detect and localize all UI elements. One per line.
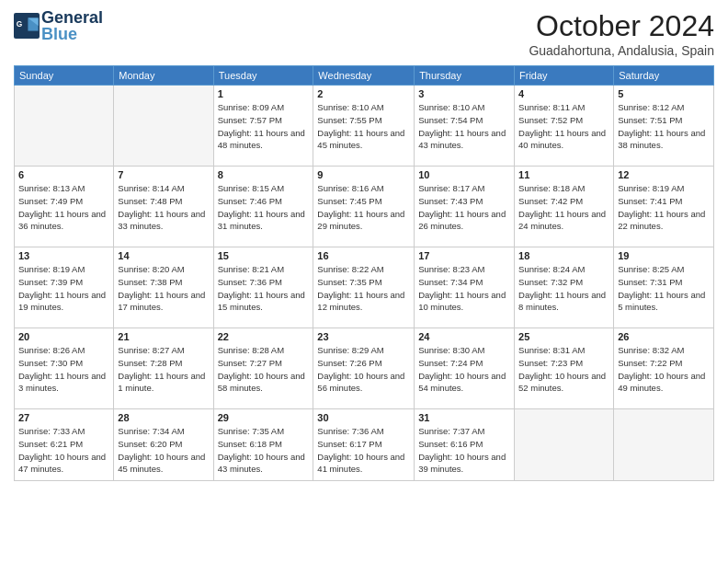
day-number: 4 bbox=[518, 88, 609, 99]
day-number: 17 bbox=[418, 250, 510, 261]
calendar-cell: 13Sunrise: 8:19 AM Sunset: 7:39 PM Dayli… bbox=[15, 247, 114, 328]
calendar-cell bbox=[114, 86, 213, 167]
day-info: Sunrise: 8:10 AM Sunset: 7:55 PM Dayligh… bbox=[317, 101, 410, 152]
calendar-week-row: 6Sunrise: 8:13 AM Sunset: 7:49 PM Daylig… bbox=[15, 167, 714, 247]
calendar-cell: 14Sunrise: 8:20 AM Sunset: 7:38 PM Dayli… bbox=[114, 247, 213, 328]
day-info: Sunrise: 8:15 AM Sunset: 7:46 PM Dayligh… bbox=[218, 182, 310, 233]
day-number: 9 bbox=[317, 169, 410, 180]
day-number: 5 bbox=[618, 88, 710, 99]
calendar-cell: 19Sunrise: 8:25 AM Sunset: 7:31 PM Dayli… bbox=[614, 247, 714, 328]
calendar-day-header: Tuesday bbox=[213, 66, 313, 86]
calendar-week-row: 27Sunrise: 7:33 AM Sunset: 6:21 PM Dayli… bbox=[15, 409, 714, 481]
calendar-cell: 23Sunrise: 8:29 AM Sunset: 7:26 PM Dayli… bbox=[313, 328, 415, 409]
calendar-week-row: 13Sunrise: 8:19 AM Sunset: 7:39 PM Dayli… bbox=[15, 247, 714, 328]
day-info: Sunrise: 7:35 AM Sunset: 6:18 PM Dayligh… bbox=[218, 425, 310, 476]
calendar-week-row: 1Sunrise: 8:09 AM Sunset: 7:57 PM Daylig… bbox=[15, 86, 714, 167]
day-info: Sunrise: 8:23 AM Sunset: 7:34 PM Dayligh… bbox=[418, 263, 510, 314]
calendar-cell: 15Sunrise: 8:21 AM Sunset: 7:36 PM Dayli… bbox=[213, 247, 313, 328]
day-number: 21 bbox=[118, 331, 209, 342]
calendar-cell: 5Sunrise: 8:12 AM Sunset: 7:51 PM Daylig… bbox=[614, 86, 714, 167]
calendar-day-header: Monday bbox=[114, 66, 213, 86]
day-info: Sunrise: 8:25 AM Sunset: 7:31 PM Dayligh… bbox=[618, 263, 710, 314]
logo: G GeneralBlue bbox=[14, 9, 103, 42]
day-number: 14 bbox=[118, 250, 209, 261]
day-info: Sunrise: 8:19 AM Sunset: 7:39 PM Dayligh… bbox=[18, 263, 109, 314]
calendar-cell: 21Sunrise: 8:27 AM Sunset: 7:28 PM Dayli… bbox=[114, 328, 213, 409]
calendar-cell: 20Sunrise: 8:26 AM Sunset: 7:30 PM Dayli… bbox=[15, 328, 114, 409]
calendar-cell: 29Sunrise: 7:35 AM Sunset: 6:18 PM Dayli… bbox=[213, 409, 313, 481]
day-info: Sunrise: 8:14 AM Sunset: 7:48 PM Dayligh… bbox=[118, 182, 209, 233]
day-number: 10 bbox=[418, 169, 510, 180]
calendar-cell: 24Sunrise: 8:30 AM Sunset: 7:24 PM Dayli… bbox=[415, 328, 515, 409]
calendar-cell: 12Sunrise: 8:19 AM Sunset: 7:41 PM Dayli… bbox=[614, 167, 714, 247]
day-info: Sunrise: 8:28 AM Sunset: 7:27 PM Dayligh… bbox=[218, 344, 310, 395]
calendar-day-header: Friday bbox=[515, 66, 614, 86]
calendar-cell: 28Sunrise: 7:34 AM Sunset: 6:20 PM Dayli… bbox=[114, 409, 213, 481]
calendar-cell bbox=[614, 409, 714, 481]
calendar-cell: 8Sunrise: 8:15 AM Sunset: 7:46 PM Daylig… bbox=[213, 167, 313, 247]
logo-icon: G bbox=[14, 13, 40, 39]
calendar-cell bbox=[15, 86, 114, 167]
day-info: Sunrise: 8:09 AM Sunset: 7:57 PM Dayligh… bbox=[218, 101, 310, 152]
day-info: Sunrise: 8:29 AM Sunset: 7:26 PM Dayligh… bbox=[317, 344, 410, 395]
day-info: Sunrise: 8:31 AM Sunset: 7:23 PM Dayligh… bbox=[518, 344, 609, 395]
calendar-cell: 26Sunrise: 8:32 AM Sunset: 7:22 PM Dayli… bbox=[614, 328, 714, 409]
calendar-day-header: Thursday bbox=[415, 66, 515, 86]
day-number: 27 bbox=[18, 412, 109, 423]
day-info: Sunrise: 8:17 AM Sunset: 7:43 PM Dayligh… bbox=[418, 182, 510, 233]
day-info: Sunrise: 7:37 AM Sunset: 6:16 PM Dayligh… bbox=[418, 425, 510, 476]
day-number: 25 bbox=[518, 331, 609, 342]
day-number: 13 bbox=[18, 250, 109, 261]
day-number: 18 bbox=[518, 250, 609, 261]
day-info: Sunrise: 8:16 AM Sunset: 7:45 PM Dayligh… bbox=[317, 182, 410, 233]
calendar-cell: 6Sunrise: 8:13 AM Sunset: 7:49 PM Daylig… bbox=[15, 167, 114, 247]
calendar-cell: 22Sunrise: 8:28 AM Sunset: 7:27 PM Dayli… bbox=[213, 328, 313, 409]
day-number: 2 bbox=[317, 88, 410, 99]
calendar: SundayMondayTuesdayWednesdayThursdayFrid… bbox=[14, 65, 714, 481]
day-info: Sunrise: 7:33 AM Sunset: 6:21 PM Dayligh… bbox=[18, 425, 109, 476]
logo-text: GeneralBlue bbox=[41, 9, 103, 42]
page-header: G GeneralBlue October 2024 Guadahortuna,… bbox=[14, 9, 714, 58]
calendar-cell: 30Sunrise: 7:36 AM Sunset: 6:17 PM Dayli… bbox=[313, 409, 415, 481]
calendar-cell: 10Sunrise: 8:17 AM Sunset: 7:43 PM Dayli… bbox=[415, 167, 515, 247]
day-info: Sunrise: 8:30 AM Sunset: 7:24 PM Dayligh… bbox=[418, 344, 510, 395]
calendar-day-header: Saturday bbox=[614, 66, 714, 86]
day-number: 31 bbox=[418, 412, 510, 423]
calendar-day-header: Sunday bbox=[15, 66, 114, 86]
calendar-cell: 18Sunrise: 8:24 AM Sunset: 7:32 PM Dayli… bbox=[515, 247, 614, 328]
calendar-cell: 16Sunrise: 8:22 AM Sunset: 7:35 PM Dayli… bbox=[313, 247, 415, 328]
month-title: October 2024 bbox=[529, 9, 714, 43]
day-info: Sunrise: 8:22 AM Sunset: 7:35 PM Dayligh… bbox=[317, 263, 410, 314]
calendar-cell: 11Sunrise: 8:18 AM Sunset: 7:42 PM Dayli… bbox=[515, 167, 614, 247]
calendar-cell: 31Sunrise: 7:37 AM Sunset: 6:16 PM Dayli… bbox=[415, 409, 515, 481]
calendar-cell: 3Sunrise: 8:10 AM Sunset: 7:54 PM Daylig… bbox=[415, 86, 515, 167]
calendar-cell bbox=[515, 409, 614, 481]
day-number: 1 bbox=[218, 88, 310, 99]
day-number: 8 bbox=[218, 169, 310, 180]
day-info: Sunrise: 8:11 AM Sunset: 7:52 PM Dayligh… bbox=[518, 101, 609, 152]
day-number: 19 bbox=[618, 250, 710, 261]
calendar-day-header: Wednesday bbox=[313, 66, 415, 86]
day-info: Sunrise: 8:10 AM Sunset: 7:54 PM Dayligh… bbox=[418, 101, 510, 152]
calendar-cell: 4Sunrise: 8:11 AM Sunset: 7:52 PM Daylig… bbox=[515, 86, 614, 167]
day-number: 11 bbox=[518, 169, 609, 180]
day-number: 7 bbox=[118, 169, 209, 180]
calendar-cell: 9Sunrise: 8:16 AM Sunset: 7:45 PM Daylig… bbox=[313, 167, 415, 247]
calendar-cell: 27Sunrise: 7:33 AM Sunset: 6:21 PM Dayli… bbox=[15, 409, 114, 481]
day-number: 3 bbox=[418, 88, 510, 99]
day-number: 24 bbox=[418, 331, 510, 342]
svg-text:G: G bbox=[17, 19, 23, 29]
day-number: 15 bbox=[218, 250, 310, 261]
day-info: Sunrise: 8:27 AM Sunset: 7:28 PM Dayligh… bbox=[118, 344, 209, 395]
calendar-cell: 17Sunrise: 8:23 AM Sunset: 7:34 PM Dayli… bbox=[415, 247, 515, 328]
calendar-cell: 7Sunrise: 8:14 AM Sunset: 7:48 PM Daylig… bbox=[114, 167, 213, 247]
day-number: 20 bbox=[18, 331, 109, 342]
calendar-week-row: 20Sunrise: 8:26 AM Sunset: 7:30 PM Dayli… bbox=[15, 328, 714, 409]
calendar-cell: 1Sunrise: 8:09 AM Sunset: 7:57 PM Daylig… bbox=[213, 86, 313, 167]
day-number: 22 bbox=[218, 331, 310, 342]
day-number: 23 bbox=[317, 331, 410, 342]
day-number: 12 bbox=[618, 169, 710, 180]
day-number: 26 bbox=[618, 331, 710, 342]
calendar-cell: 2Sunrise: 8:10 AM Sunset: 7:55 PM Daylig… bbox=[313, 86, 415, 167]
calendar-header-row: SundayMondayTuesdayWednesdayThursdayFrid… bbox=[15, 66, 714, 86]
